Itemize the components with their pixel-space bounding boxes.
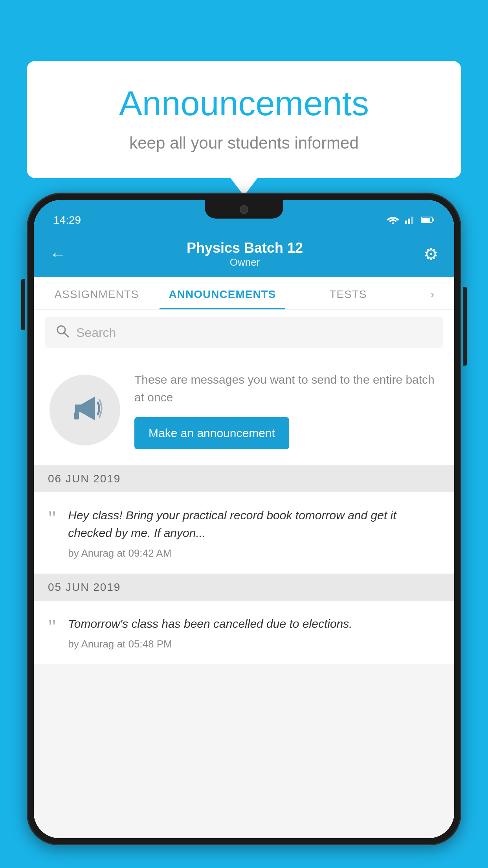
announcement-text-2: Tomorrow's class has been cancelled due … bbox=[68, 615, 440, 650]
announcement-item-1[interactable]: " Hey class! Bring your practical record… bbox=[34, 492, 454, 574]
speech-bubble: Announcements keep all your students inf… bbox=[27, 61, 461, 178]
date-label-1: 06 JUN 2019 bbox=[48, 473, 121, 485]
search-placeholder: Search bbox=[76, 326, 116, 340]
tab-announcements[interactable]: ANNOUNCEMENTS bbox=[160, 277, 285, 309]
app-bar-title: Physics Batch 12 bbox=[187, 240, 303, 256]
app-bar-center: Physics Batch 12 Owner bbox=[187, 240, 303, 268]
back-button[interactable]: ← bbox=[50, 245, 66, 264]
promo-description: These are messages you want to send to t… bbox=[134, 371, 438, 406]
announcement-message-1: Hey class! Bring your practical record b… bbox=[68, 506, 440, 542]
date-section-1: 06 JUN 2019 bbox=[34, 465, 454, 492]
svg-line-8 bbox=[64, 333, 68, 337]
date-label-2: 05 JUN 2019 bbox=[48, 581, 121, 593]
search-bar[interactable]: Search bbox=[45, 317, 443, 348]
speech-bubble-container: Announcements keep all your students inf… bbox=[27, 61, 461, 178]
promo-content: These are messages you want to send to t… bbox=[134, 371, 438, 449]
phone-outer: 14:29 bbox=[27, 193, 461, 845]
tab-tests[interactable]: TESTS bbox=[285, 277, 411, 309]
make-announcement-button[interactable]: Make an announcement bbox=[134, 417, 289, 449]
search-icon bbox=[56, 324, 69, 341]
quote-icon-1: " bbox=[48, 508, 56, 529]
svg-point-0 bbox=[392, 223, 394, 224]
gear-icon[interactable]: ⚙ bbox=[424, 245, 438, 264]
svg-rect-9 bbox=[74, 412, 79, 419]
announcement-item-2[interactable]: " Tomorrow's class has been cancelled du… bbox=[34, 601, 454, 664]
battery-icon bbox=[421, 214, 435, 226]
tabs-bar: ASSIGNMENTS ANNOUNCEMENTS TESTS › bbox=[34, 277, 454, 310]
svg-rect-3 bbox=[411, 217, 413, 224]
svg-rect-5 bbox=[422, 218, 430, 222]
announcement-message-2: Tomorrow's class has been cancelled due … bbox=[68, 615, 440, 633]
status-bar: 14:29 bbox=[34, 200, 454, 231]
status-icons bbox=[387, 214, 435, 226]
svg-rect-2 bbox=[408, 219, 410, 224]
megaphone-icon bbox=[67, 389, 103, 432]
screen-content: Search bbox=[34, 310, 454, 838]
date-section-2: 05 JUN 2019 bbox=[34, 574, 454, 601]
phone-wrapper: 14:29 bbox=[27, 193, 461, 868]
phone-screen: 14:29 bbox=[34, 200, 454, 838]
announcement-author-1: by Anurag at 09:42 AM bbox=[68, 547, 440, 559]
app-bar: ← Physics Batch 12 Owner ⚙ bbox=[34, 231, 454, 277]
speech-bubble-title: Announcements bbox=[46, 85, 442, 123]
speech-bubble-subtitle: keep all your students informed bbox=[46, 134, 442, 153]
wifi-icon bbox=[387, 214, 399, 226]
svg-rect-1 bbox=[405, 221, 407, 224]
tab-assignments[interactable]: ASSIGNMENTS bbox=[34, 277, 160, 309]
notch-camera bbox=[240, 205, 248, 214]
search-container: Search bbox=[34, 310, 454, 355]
announcement-author-2: by Anurag at 05:48 PM bbox=[68, 638, 440, 650]
promo-icon-circle bbox=[50, 375, 120, 445]
quote-icon-2: " bbox=[48, 617, 56, 637]
svg-rect-6 bbox=[433, 219, 434, 221]
promo-card: These are messages you want to send to t… bbox=[34, 355, 454, 465]
tab-more[interactable]: › bbox=[411, 277, 454, 309]
app-bar-subtitle: Owner bbox=[187, 256, 303, 268]
notch bbox=[205, 200, 283, 219]
announcement-text-1: Hey class! Bring your practical record b… bbox=[68, 506, 440, 559]
signal-icon bbox=[405, 214, 416, 226]
